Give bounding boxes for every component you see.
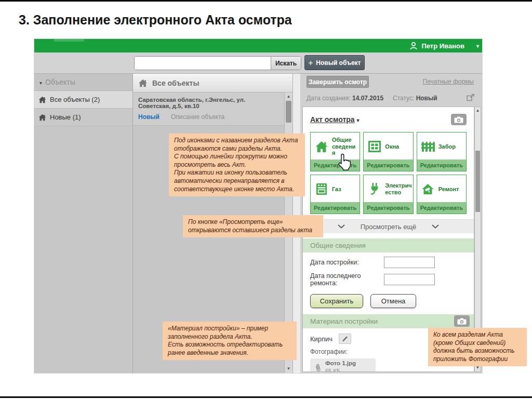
user-icon	[409, 42, 418, 50]
form-buttons: Сохранить Отмена	[310, 294, 467, 308]
field-label: Дата последнего ремонта:	[310, 272, 384, 287]
house-icon	[314, 141, 329, 153]
search-button[interactable]: Искать	[271, 57, 301, 70]
page-title: 3. Заполнение электронного Акта осмотра	[19, 12, 292, 28]
annotation-view-more: По кнопке «Просмотреть еще» открываются …	[183, 215, 323, 237]
scroll-up-icon[interactable]: ▲	[285, 94, 292, 99]
plug-icon	[367, 183, 382, 195]
section-card-gas[interactable]: Газ Редактировать	[310, 175, 360, 214]
edit-section-button[interactable]: Редактировать	[417, 159, 466, 171]
object-list-item[interactable]: Саратовская область, г.Энгельс, ул. Сове…	[133, 92, 292, 126]
created-value: 14.07.2015	[352, 95, 383, 102]
save-button[interactable]: Сохранить	[310, 294, 363, 308]
sidebar: ▾Объекты Все объекты (2) Новые (1)	[34, 74, 133, 373]
view-more-label: Просмотреть ещё	[361, 223, 417, 231]
annotation-sections: Под иконками с названием разделов Акта о…	[169, 134, 305, 196]
user-menu[interactable]: Петр Иванов ▾	[409, 39, 479, 52]
house-icon	[38, 96, 46, 103]
section-card-repair[interactable]: Ремонт Редактировать	[417, 175, 467, 214]
scroll-up-icon[interactable]: ▲	[475, 108, 481, 113]
material-value: Кирпич	[310, 335, 332, 343]
photo-attachment[interactable]: Фото 1.jpg65 КБ	[310, 358, 376, 372]
form-row-last-repair-date: Дата последнего ремонта:	[310, 272, 467, 287]
section-card-windows[interactable]: Окна Редактировать	[363, 132, 413, 171]
paperclip-icon	[313, 362, 322, 372]
inspection-meta: Дата создания: 14.07.2015 Статус: Новый	[300, 89, 482, 107]
new-object-label: Новый объект	[316, 59, 361, 66]
section-label: Окна	[385, 143, 399, 150]
object-tabs: Новый Описание объекта	[138, 113, 279, 121]
general-section-header: Общие сведения	[303, 238, 474, 252]
edit-section-button[interactable]: Редактировать	[417, 202, 466, 214]
scroll-down-icon[interactable]: ▼	[285, 366, 292, 371]
section-label: Газ	[332, 186, 341, 193]
fence-icon	[420, 141, 436, 152]
window-icon	[367, 141, 382, 152]
cancel-button[interactable]: Отмена	[370, 294, 416, 308]
slide-border-top	[0, 0, 532, 2]
section-label: Забор	[438, 143, 456, 150]
last-repair-date-field[interactable]	[384, 274, 435, 285]
act-title: Акт осмотра	[310, 115, 355, 124]
created-label: Дата создания:	[307, 95, 351, 102]
section-label: Ремонт	[438, 186, 459, 193]
edit-section-button[interactable]: Редактировать	[311, 202, 360, 214]
annotation-material: «Материал постройки» – пример заполненно…	[163, 322, 297, 360]
finish-inspection-button[interactable]: Завершить осмотр	[307, 76, 369, 88]
sidebar-header-objects[interactable]: ▾Объекты	[34, 74, 132, 91]
created-date: Дата создания: 14.07.2015	[307, 95, 383, 102]
status: Статус: Новый	[393, 95, 437, 102]
search-control: Искать	[134, 56, 301, 70]
object-address: Саратовская область, г.Энгельс, ул. Сове…	[138, 97, 279, 109]
toolbar: Искать + Новый объект	[34, 52, 482, 74]
status-label: Статус:	[393, 95, 414, 102]
scrollbar-thumb[interactable]	[286, 101, 291, 123]
caret-down-icon: ▾	[39, 80, 42, 86]
photo-name: Фото 1.jpg65 КБ	[325, 360, 356, 372]
objects-panel-title: Все объекты	[152, 79, 199, 87]
photo-size: 65 КБ	[325, 368, 340, 372]
section-card-general[interactable]: Общие сведения Редактировать	[310, 132, 360, 171]
header-accent	[54, 39, 84, 42]
app-header-bar: Петр Иванов ▾	[34, 39, 482, 52]
caret-down-icon: ▾	[357, 117, 360, 123]
search-input[interactable]	[135, 57, 271, 70]
sidebar-header-label: Объекты	[45, 78, 75, 86]
sidebar-item-label: Новые (1)	[50, 113, 81, 121]
house-icon	[138, 79, 148, 87]
sidebar-item-all-objects[interactable]: Все объекты (2)	[34, 91, 132, 109]
annotation-photos: Ко всем разделам Акта (кроме Общих сведе…	[428, 328, 527, 366]
status-badge: Новый	[416, 95, 437, 102]
scrollbar-thumb[interactable]	[475, 151, 480, 212]
chevron-down-icon	[432, 224, 439, 229]
user-name: Петр Иванов	[421, 42, 464, 50]
act-sections-grid: Общие сведения Редактировать Окна Редакт…	[310, 132, 467, 214]
edit-section-button[interactable]: Редактировать	[364, 159, 413, 171]
new-object-button[interactable]: + Новый объект	[304, 55, 365, 70]
print-forms-link[interactable]: Печатные формы	[423, 78, 474, 85]
edit-section-button[interactable]: Редактировать	[311, 159, 360, 171]
edit-section-button[interactable]: Редактировать	[364, 202, 413, 214]
photo-filename: Фото 1.jpg	[325, 360, 356, 366]
chevron-down-icon: ▾	[476, 43, 479, 49]
chevron-down-icon	[338, 224, 345, 229]
tab-object-description[interactable]: Описание объекта	[171, 113, 224, 121]
view-more-button[interactable]: Просмотреть ещё	[303, 219, 474, 233]
inspection-toolbar: Завершить осмотр Печатные формы	[300, 74, 482, 89]
stove-icon	[314, 183, 329, 195]
edit-pencil-icon[interactable]	[339, 334, 351, 344]
hand-cursor-icon	[337, 153, 352, 171]
section-card-fence[interactable]: Забор Редактировать	[417, 132, 467, 171]
build-date-field[interactable]	[384, 257, 435, 268]
plus-icon: +	[309, 59, 313, 66]
sidebar-item-new[interactable]: Новые (1)	[34, 109, 132, 126]
repair-icon	[420, 183, 436, 195]
open-in-new-icon[interactable]	[467, 94, 475, 103]
act-title-dropdown[interactable]: Акт осмотра▾	[310, 115, 360, 124]
objects-panel-header: Все объекты	[133, 74, 292, 92]
form-row-build-date: Дата постройки:	[310, 257, 467, 268]
tab-new[interactable]: Новый	[138, 113, 159, 121]
section-card-electricity[interactable]: Электричество Редактировать	[363, 175, 413, 214]
camera-icon[interactable]	[454, 315, 470, 327]
camera-icon[interactable]	[451, 114, 467, 125]
